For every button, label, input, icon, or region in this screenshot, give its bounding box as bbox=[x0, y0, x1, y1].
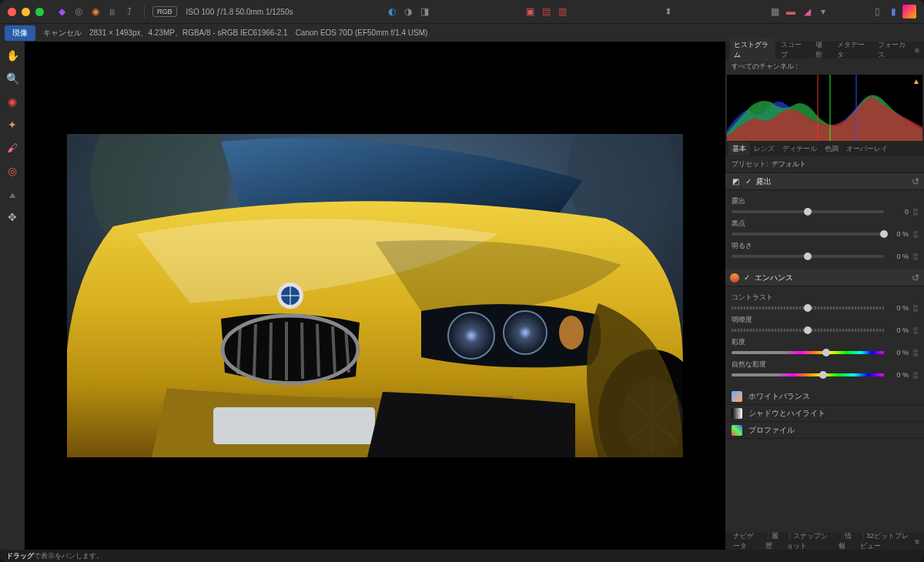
slider-label: 明瞭度 bbox=[732, 315, 918, 325]
camera-profile-icon[interactable]: ◉ bbox=[89, 5, 102, 18]
btab-info[interactable]: 情報 bbox=[835, 530, 857, 553]
panel-menu-icon[interactable]: ≡ bbox=[915, 46, 919, 55]
highlight-icon[interactable]: ▬ bbox=[784, 5, 798, 18]
panel-toggle-3-icon[interactable] bbox=[902, 5, 916, 18]
svg-point-18 bbox=[559, 316, 584, 350]
histogram: ▲ bbox=[727, 75, 922, 141]
btab-32bit[interactable]: 32ビットプレビュー bbox=[857, 530, 915, 553]
slider-stepper[interactable] bbox=[913, 372, 918, 379]
slider-stepper[interactable] bbox=[913, 327, 918, 334]
minimize-icon[interactable] bbox=[22, 8, 30, 16]
slider-stepper[interactable] bbox=[913, 350, 918, 356]
crop-tool-icon[interactable]: ⟁ bbox=[3, 185, 22, 203]
image-dimensions: 2831 × 1493px、4.23MP、RGBA/8 - sRGB IEC61… bbox=[89, 28, 288, 38]
slider-stepper[interactable] bbox=[913, 253, 918, 260]
btab-history[interactable]: 履歴 bbox=[762, 530, 784, 553]
slider-track[interactable] bbox=[732, 351, 884, 354]
overlay-brush-icon[interactable]: 🖌 bbox=[3, 139, 22, 157]
slider-track[interactable] bbox=[732, 373, 884, 376]
clip-tones-icon[interactable]: ▥ bbox=[556, 5, 570, 18]
slider-thumb[interactable] bbox=[880, 230, 888, 238]
sync-icon[interactable]: ⬍ bbox=[661, 5, 675, 18]
slider-thumb[interactable] bbox=[819, 371, 827, 379]
btab-snapshot[interactable]: スナップショット bbox=[783, 530, 835, 553]
bottom-panel-tabs: ナビゲータ 履歴 スナップショット 情報 32ビットプレビュー ≡ bbox=[725, 533, 924, 550]
whitebalance-tool-icon[interactable]: ✥ bbox=[3, 208, 22, 226]
persona-icon[interactable]: ◆ bbox=[55, 5, 69, 18]
clip-highlights-icon[interactable]: ▤ bbox=[540, 5, 554, 18]
slider-track[interactable] bbox=[732, 255, 884, 258]
lens-icon[interactable]: ◎ bbox=[72, 5, 85, 18]
camera-info: Canon EOS 70D (EF50mm f/1.4 USM) bbox=[296, 28, 428, 37]
section-exposure-header[interactable]: ◩ ✓ 露出 ↺ bbox=[725, 173, 924, 190]
share-icon[interactable]: ⤴ bbox=[122, 5, 136, 18]
slider-track[interactable] bbox=[732, 306, 884, 309]
titlebar: ◆ ◎ ◉ ⫼ ⤴ RGB ISO 100 ƒ/1.8 50.0mm 1/125… bbox=[0, 0, 924, 23]
dropdown-icon[interactable]: ▾ bbox=[816, 5, 830, 18]
cancel-button[interactable]: キャンセル bbox=[43, 28, 82, 38]
splitview-icon[interactable]: ◐ bbox=[385, 5, 399, 18]
slider-row: 自然な彩度0 % bbox=[732, 360, 918, 379]
panel-toggle-2-icon[interactable]: ▮ bbox=[886, 5, 900, 18]
redeye-tool-icon[interactable]: ◉ bbox=[3, 92, 22, 111]
slider-track[interactable] bbox=[732, 232, 884, 236]
section-wb-header[interactable]: ◧ホワイトバランス bbox=[725, 388, 924, 405]
clip-shadows-icon[interactable]: ▣ bbox=[524, 5, 537, 18]
zoom-icon[interactable] bbox=[35, 8, 44, 16]
preset-row[interactable]: プリセット: デフォルト bbox=[725, 156, 924, 173]
slider-thumb[interactable] bbox=[804, 304, 812, 312]
slider-thumb[interactable] bbox=[822, 349, 830, 356]
slider-stepper[interactable] bbox=[913, 209, 918, 216]
hand-tool-icon[interactable]: ✋ bbox=[3, 46, 22, 65]
exposure-sliders: 露出0黒点0 %明るさ0 % bbox=[725, 190, 924, 269]
preset-label: プリセット: bbox=[732, 159, 768, 169]
blemish-tool-icon[interactable]: ✦ bbox=[3, 115, 22, 134]
subtab-tone[interactable]: 色調 bbox=[821, 142, 842, 156]
slider-stepper[interactable] bbox=[913, 305, 918, 312]
section-sh-header[interactable]: ◨シャドウとハイライト bbox=[725, 405, 924, 422]
exposure-reset-icon[interactable]: ↺ bbox=[912, 176, 919, 187]
slider-track[interactable] bbox=[732, 210, 884, 213]
slider-thumb[interactable] bbox=[804, 326, 812, 334]
window-controls bbox=[8, 8, 44, 16]
overlay-gradient-icon[interactable]: ◎ bbox=[3, 162, 22, 180]
histogram-channel-label[interactable]: すべてのチャンネル : bbox=[725, 59, 924, 75]
develop-button[interactable]: 現像 bbox=[5, 25, 35, 41]
slider-track[interactable] bbox=[732, 329, 884, 332]
slider-value: 0 % bbox=[889, 253, 909, 260]
wb-icon: ◧ bbox=[732, 391, 742, 402]
subtab-lens[interactable]: レンズ bbox=[750, 142, 778, 156]
enhance-reset-icon[interactable]: ↺ bbox=[912, 273, 919, 283]
bottom-panel-menu-icon[interactable]: ≡ bbox=[915, 537, 919, 546]
zoom-tool-icon[interactable]: 🔍 bbox=[3, 69, 22, 88]
slider-row: 明瞭度0 % bbox=[732, 315, 918, 334]
section-enhance-header[interactable]: ✓ エンハンス ↺ bbox=[725, 269, 924, 286]
exposure-title: 露出 bbox=[756, 176, 907, 187]
canvas[interactable] bbox=[25, 42, 725, 550]
close-icon[interactable] bbox=[8, 8, 16, 16]
panel-toggle-1-icon[interactable]: ▯ bbox=[870, 5, 884, 18]
slider-thumb[interactable] bbox=[804, 253, 812, 260]
subtab-basic[interactable]: 基本 bbox=[728, 142, 750, 156]
slider-value: 0 bbox=[889, 208, 909, 216]
slider-thumb[interactable] bbox=[804, 208, 812, 216]
subtab-detail[interactable]: ディテール bbox=[778, 142, 821, 156]
btab-navigator[interactable]: ナビゲータ bbox=[730, 530, 762, 553]
section-label: ホワイトバランス bbox=[748, 391, 810, 402]
section-pf-header[interactable]: ▤プロファイル bbox=[725, 422, 924, 439]
enhance-title: エンハンス bbox=[755, 273, 907, 283]
swatch-icon[interactable]: ◢ bbox=[800, 5, 814, 18]
mirror-icon[interactable]: ◨ bbox=[417, 5, 431, 18]
slider-value: 0 % bbox=[889, 304, 909, 312]
slider-value: 0 % bbox=[889, 349, 909, 356]
enhance-check-icon[interactable]: ✓ bbox=[744, 273, 750, 282]
slider-stepper[interactable] bbox=[913, 231, 918, 238]
sh-icon: ◨ bbox=[732, 408, 742, 419]
levels-icon[interactable]: ⫼ bbox=[105, 5, 119, 18]
exposure-check-icon[interactable]: ✓ bbox=[745, 177, 752, 186]
subtab-overlay[interactable]: オーバーレイ bbox=[842, 142, 892, 156]
compare-icon[interactable]: ◑ bbox=[401, 5, 415, 18]
svg-line-7 bbox=[302, 323, 303, 379]
grid-icon[interactable]: ▦ bbox=[768, 5, 782, 18]
section-label: プロファイル bbox=[748, 425, 795, 436]
